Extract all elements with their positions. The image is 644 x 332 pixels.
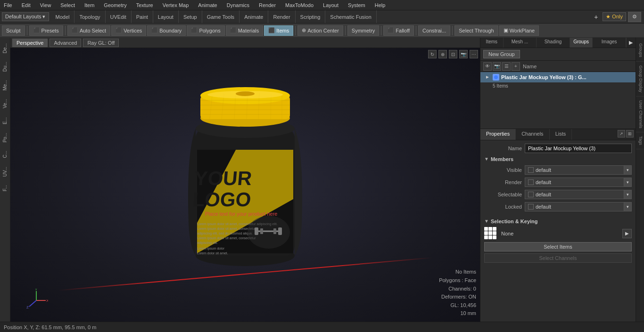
presets-button[interactable]: ⬛ Presets [29,25,63,36]
layout-tab-layout[interactable]: Layout [153,10,179,23]
polygons-button[interactable]: ⬛ Polygons [187,25,224,36]
menu-geometry[interactable]: Geometry [102,1,128,9]
right-vtab-tags[interactable]: Tags [636,132,644,149]
rp-tab-groups[interactable]: Groups [570,38,593,48]
menu-edit[interactable]: Edit [20,1,33,9]
selectable-dropdown[interactable]: default ▾ [525,190,632,199]
rp-tab-images[interactable]: Images [593,38,626,48]
gt-eye-btn[interactable]: 👁 [483,62,492,71]
boundary-icon: ⬛ [151,27,158,33]
layout-tab-uvedit[interactable]: UVEdit [106,10,132,23]
materials-button[interactable]: ⬛ Materials [226,25,264,36]
rp-tab-shading[interactable]: Shading [537,38,570,48]
left-tab-4[interactable]: E... [1,113,9,128]
layout-only-button[interactable]: ★ Only [603,12,626,21]
render-dropdown[interactable]: default ▾ [525,178,632,187]
autoselect-button[interactable]: ⬛ Auto Select [67,25,110,36]
sculpt-button[interactable]: Sculpt [2,25,25,36]
vp-tab-raygl[interactable]: Ray GL: Off [83,39,119,47]
render-arrow[interactable]: ▾ [624,178,632,187]
menu-render[interactable]: Render [257,1,278,9]
menu-file[interactable]: File [2,1,14,9]
menu-view[interactable]: View [38,1,53,9]
layout-tab-scripting[interactable]: Scripting [296,10,326,23]
constraints-button[interactable]: Constrai... [418,25,450,36]
gt-lock-btn[interactable]: ☰ [502,62,511,71]
menu-vertexmap[interactable]: Vertex Map [161,1,191,9]
vertices-button[interactable]: ⬛ Vertices [111,25,146,36]
menu-maxtomodo[interactable]: MaxToModo [283,1,315,9]
rp-tab-mesh[interactable]: Mesh ... [504,38,537,48]
left-tab-1[interactable]: Du... [1,58,9,75]
workplane-button[interactable]: ▣ WorkPlane [499,25,539,36]
selectthrough-button[interactable]: Select Through [454,25,498,36]
vp-zoom-icon[interactable]: ⊕ [438,50,447,58]
left-tab-3[interactable]: Ve... [1,95,9,112]
select-channels-button[interactable]: Select Channels [484,253,632,263]
layout-settings-button[interactable]: ⚙ [628,12,641,22]
vp-tab-perspective[interactable]: Perspective [12,39,48,47]
new-group-button[interactable]: New Group [483,50,520,58]
layout-tab-animate[interactable]: Animate [239,10,268,23]
menu-system[interactable]: System [346,1,367,9]
menu-texture[interactable]: Texture [134,1,155,9]
prop-name-input[interactable] [525,144,632,153]
props-expand-btn-2[interactable]: ⊞ [626,130,634,138]
actioncenter-button[interactable]: ⊕ Action Center [297,25,343,36]
sk-arrow-button[interactable]: ▶ [622,229,632,238]
menu-layout[interactable]: Layout [321,1,340,9]
vp-more-icon[interactable]: ⋯ [470,50,478,58]
visible-arrow[interactable]: ▾ [624,165,632,175]
left-tab-2[interactable]: Me... [1,76,9,94]
menu-select[interactable]: Select [58,1,77,9]
locked-arrow[interactable]: ▾ [624,202,632,211]
props-expand-btn-1[interactable]: ↗ [618,130,625,138]
select-items-button[interactable]: Select Items [484,242,632,251]
gt-add-btn[interactable]: + [512,62,520,71]
layout-tab-paint[interactable]: Paint [132,10,153,23]
items-button[interactable]: ⬛ Items [264,25,293,36]
vp-tab-advanced[interactable]: Advanced [50,39,81,47]
rp-expand-btn[interactable]: ▶ [626,38,636,48]
members-section[interactable]: ▼ Members [480,154,636,164]
right-vtab-groups[interactable]: Groups [636,40,644,62]
rp-tab-items[interactable]: Items [480,38,504,48]
props-tab-properties[interactable]: Properties [480,129,516,140]
layout-tab-setup[interactable]: Setup [179,10,202,23]
menu-help[interactable]: Help [373,1,388,9]
gt-render-btn[interactable]: 📷 [493,62,501,71]
layout-selector[interactable]: Default Layouts ▾ [2,12,49,21]
layout-tab-schematicfusion[interactable]: Schematic Fusion [325,10,376,23]
props-tab-lists[interactable]: Lists [550,129,572,140]
groups-header: New Group [480,48,636,61]
visible-dropdown[interactable]: default ▾ [525,165,632,175]
menu-item[interactable]: Item [83,1,96,9]
sel-keying-header[interactable]: ▼ Selection & Keying [480,217,636,226]
vp-cam-icon[interactable]: 📷 [459,50,468,58]
layout-add-button[interactable]: + [591,12,601,22]
layout-tab-gametools[interactable]: Game Tools [202,10,240,23]
layout-tab-topology[interactable]: Topology [74,10,105,23]
vp-rotate-icon[interactable]: ↻ [428,50,437,58]
left-tab-5[interactable]: Po... [1,129,9,146]
layout-tab-model[interactable]: Model [51,10,75,23]
right-vtab-groupdisplay[interactable]: Group Display [636,62,644,97]
boundary-button[interactable]: ⬛ Boundary [147,25,186,36]
falloff-button[interactable]: ⬛ Falloff [383,25,414,36]
right-vtab-userchannels[interactable]: User Channels [636,97,644,133]
layout-tab-render[interactable]: Render [268,10,295,23]
selectable-arrow[interactable]: ▾ [624,190,632,199]
left-tab-7[interactable]: UV... [1,163,9,180]
left-tab-0[interactable]: De... [1,40,9,57]
symmetry-button[interactable]: Symmetry [347,25,380,36]
toolbar-sep-7 [452,26,453,35]
viewport[interactable]: YOUR LOGO Place text for your product he… [10,48,480,322]
menu-dynamics[interactable]: Dynamics [225,1,251,9]
vp-fit-icon[interactable]: ⊡ [449,50,457,58]
group-item-1[interactable]: Plastic Jar Mockup Yellow (3) : G... [480,72,636,82]
left-tab-8[interactable]: F... [1,181,9,195]
menu-animate[interactable]: Animate [196,1,219,9]
left-tab-6[interactable]: C... [1,147,9,162]
locked-dropdown[interactable]: default ▾ [525,202,632,211]
props-tab-channels[interactable]: Channels [516,129,549,140]
